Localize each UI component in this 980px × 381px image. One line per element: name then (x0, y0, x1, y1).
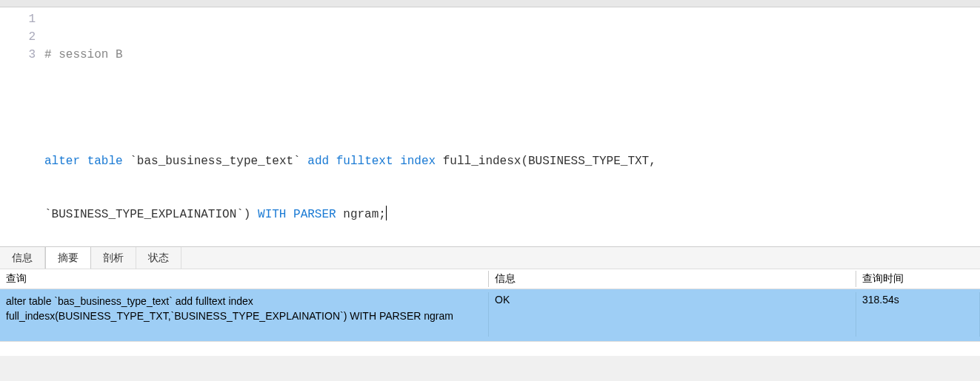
cell-query: alter table `bas_business_type_text` add… (0, 292, 489, 337)
code-line[interactable] (44, 99, 980, 117)
line-number: 2 (0, 28, 36, 46)
header-query[interactable]: 查询 (0, 271, 489, 287)
code-text: full_indesx(BUSINESS_TYPE_TXT, (443, 155, 656, 168)
results-header-row: 查询 信息 查询时间 (0, 269, 980, 289)
code-text: ngram; (336, 208, 386, 221)
bottom-strip (0, 341, 980, 356)
keyword: alter (44, 155, 80, 168)
keyword: add (307, 155, 329, 168)
line-number: 1 (0, 10, 36, 28)
tab-profiling[interactable]: 剖析 (91, 247, 136, 269)
keyword: WITH (258, 208, 286, 221)
header-info[interactable]: 信息 (489, 271, 856, 287)
line-number: 3 (0, 46, 36, 64)
comment-text: # session B (44, 48, 123, 61)
header-time[interactable]: 查询时间 (856, 271, 980, 287)
identifier: `bas_business_type_text` (130, 155, 300, 168)
keyword: fulltext (336, 155, 393, 168)
keyword: index (400, 155, 436, 168)
cell-time: 318.54s (856, 292, 980, 337)
code-text: `BUSINESS_TYPE_EXPLAINATION`) (44, 208, 258, 221)
line-gutter: 1 2 3 (0, 10, 44, 246)
keyword: PARSER (293, 208, 336, 221)
keyword: table (87, 155, 123, 168)
code-line[interactable]: # session B (44, 46, 980, 64)
tab-status[interactable]: 状态 (136, 247, 181, 269)
code-line[interactable]: alter table `bas_business_type_text` add… (44, 152, 980, 170)
tab-summary[interactable]: 摘要 (45, 246, 91, 269)
toolbar-fragment (0, 0, 980, 7)
code-line[interactable]: `BUSINESS_TYPE_EXPLAINATION`) WITH PARSE… (44, 206, 980, 223)
code-lines[interactable]: # session B alter table `bas_business_ty… (44, 10, 980, 246)
tab-info[interactable]: 信息 (0, 247, 45, 269)
cell-info: OK (489, 292, 856, 337)
text-cursor (386, 206, 387, 220)
sql-editor[interactable]: 1 2 3 # session B alter table `bas_busin… (0, 7, 980, 246)
results-row[interactable]: alter table `bas_business_type_text` add… (0, 289, 980, 341)
